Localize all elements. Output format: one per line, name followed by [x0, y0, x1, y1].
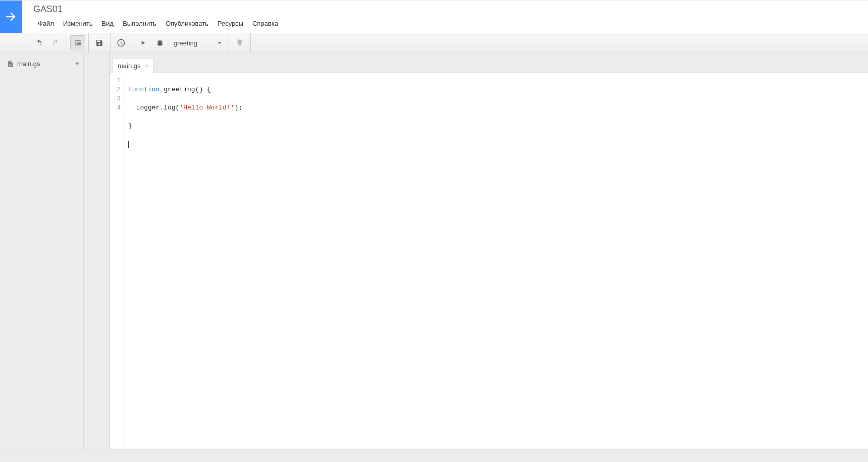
- run-button[interactable]: [135, 35, 150, 50]
- chevron-down-icon: [218, 42, 222, 44]
- code-line: function greeting() {: [128, 85, 242, 94]
- code-area[interactable]: 1 2 3 4 function greeting() { Logger.log…: [110, 73, 868, 449]
- editor-tab[interactable]: main.gs ×: [112, 58, 154, 73]
- menu-view[interactable]: Вид: [97, 17, 119, 30]
- tabstrip: main.gs ×: [110, 53, 868, 73]
- toolbar-separator: [132, 33, 132, 53]
- code-line: [128, 140, 242, 149]
- arrow-right-icon: [4, 9, 19, 24]
- redo-icon: [52, 39, 60, 47]
- code-line: }: [128, 122, 242, 131]
- debug-button[interactable]: [152, 35, 168, 50]
- play-icon: [139, 39, 146, 46]
- close-icon[interactable]: ×: [145, 62, 149, 70]
- toolbar-separator: [250, 33, 251, 53]
- title-area: GAS01 Файл Изменить Вид Выполнить Опубли…: [22, 1, 868, 33]
- line-numbers: 1 2 3 4: [110, 73, 124, 449]
- app-logo[interactable]: [0, 1, 22, 33]
- function-select-label: greeting: [174, 39, 197, 47]
- file-item[interactable]: main.gs: [0, 57, 83, 71]
- header: GAS01 Файл Изменить Вид Выполнить Опубли…: [0, 1, 868, 33]
- code-text[interactable]: function greeting() { Logger.log('Hello …: [124, 73, 242, 449]
- menubar: Файл Изменить Вид Выполнить Опубликовать…: [33, 17, 868, 30]
- save-icon: [95, 39, 103, 47]
- code-line: Logger.log('Hello World!');: [128, 103, 242, 112]
- menu-help[interactable]: Справка: [248, 17, 283, 30]
- editor-pane: main.gs × 1 2 3 4 function greeting() { …: [110, 53, 868, 449]
- editor-tab-label: main.gs: [118, 62, 141, 70]
- bug-icon: [156, 39, 164, 47]
- line-number: 4: [110, 103, 121, 112]
- indent-button[interactable]: [70, 35, 85, 50]
- undo-button[interactable]: [31, 35, 46, 50]
- file-sidebar: main.gs: [0, 53, 84, 449]
- line-number: 2: [110, 85, 121, 94]
- footer-bar: [0, 449, 868, 462]
- toolbar-separator: [110, 33, 111, 53]
- toolbar-separator: [229, 33, 229, 53]
- undo-icon: [35, 39, 43, 47]
- lightbulb-icon: [236, 39, 244, 47]
- function-select[interactable]: greeting: [169, 35, 227, 50]
- line-number: 1: [110, 76, 121, 85]
- project-title[interactable]: GAS01: [33, 4, 868, 14]
- toolbar-separator: [88, 33, 89, 53]
- clock-icon: [117, 38, 126, 47]
- menu-file[interactable]: Файл: [33, 17, 59, 30]
- file-icon: [7, 61, 14, 68]
- lightbulb-button[interactable]: [232, 35, 247, 50]
- save-button[interactable]: [92, 35, 107, 50]
- toolbar: greeting: [0, 33, 868, 53]
- body: main.gs main.gs × 1 2 3 4 funct: [0, 53, 868, 449]
- menu-resources[interactable]: Ресурсы: [213, 17, 248, 30]
- menu-edit[interactable]: Изменить: [59, 17, 97, 30]
- file-item-label: main.gs: [17, 60, 40, 68]
- toolbar-separator: [67, 33, 67, 53]
- app-root: GAS01 Файл Изменить Вид Выполнить Опубли…: [0, 0, 868, 462]
- chevron-down-icon[interactable]: [75, 63, 79, 65]
- menu-publish[interactable]: Опубликовать: [161, 17, 213, 30]
- line-number: 3: [110, 94, 121, 103]
- triggers-button[interactable]: [114, 35, 129, 50]
- redo-button[interactable]: [48, 35, 64, 50]
- sidebar-gutter[interactable]: [84, 53, 110, 449]
- menu-run[interactable]: Выполнить: [118, 17, 161, 30]
- indent-icon: [74, 39, 82, 47]
